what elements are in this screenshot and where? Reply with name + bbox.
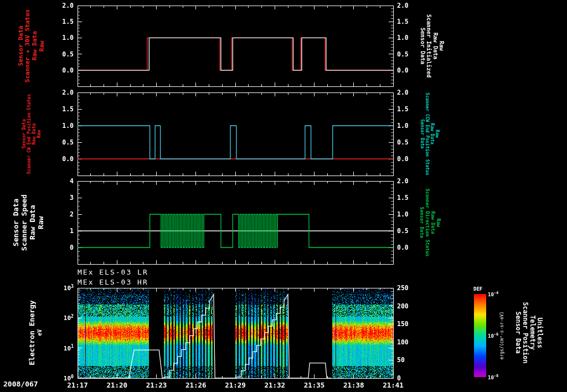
svg-text:0.5: 0.5 [397, 50, 409, 58]
svg-text:21:35: 21:35 [304, 381, 325, 389]
svg-text:3: 3 [70, 194, 74, 202]
panel3-plot: 012340.00.51.01.52.0 [70, 177, 409, 264]
svg-text:1.0: 1.0 [397, 122, 409, 130]
svg-text:2.0: 2.0 [397, 89, 409, 96]
svg-text:21:17: 21:17 [67, 381, 88, 389]
svg-text:0.0: 0.0 [62, 155, 74, 163]
svg-text:0.5: 0.5 [397, 227, 409, 235]
svg-text:50: 50 [397, 356, 405, 364]
svg-text:21:41: 21:41 [383, 381, 404, 389]
svg-text:102: 102 [64, 313, 74, 322]
svg-text:0: 0 [70, 244, 74, 251]
svg-text:21:38: 21:38 [343, 381, 364, 389]
svg-text:103: 103 [64, 283, 74, 292]
svg-text:0.5: 0.5 [397, 138, 409, 146]
svg-text:21:20: 21:20 [106, 381, 127, 389]
svg-text:0.5: 0.5 [62, 50, 74, 58]
colorbar-tick-label: 10-8 [488, 374, 498, 380]
svg-text:21:26: 21:26 [185, 381, 207, 389]
x-axis-date-label: 2008/067 [3, 380, 38, 388]
svg-text:1.5: 1.5 [397, 194, 409, 202]
panel2-left-axis-label: Sensor DataScanner CW End Position Statu… [22, 94, 42, 174]
svg-text:1.5: 1.5 [62, 105, 74, 113]
svg-text:0.0: 0.0 [62, 66, 74, 74]
svg-text:1.0: 1.0 [397, 34, 409, 42]
spectrogram-left-axis-label: Electron EnergyeV [28, 300, 43, 365]
svg-text:2.0: 2.0 [397, 177, 409, 185]
series-scanner-30v-status-raw [78, 38, 393, 70]
spectrogram-plot: 100101102103050100150200250 [64, 283, 409, 382]
svg-text:2: 2 [70, 210, 74, 218]
svg-text:200: 200 [397, 302, 409, 310]
svg-text:101: 101 [64, 343, 74, 352]
spectrogram-title-lr: MEx ELS-03 LR [78, 268, 148, 276]
colorbar-units-label: ergs/(cm²-s-sr-eV) [499, 312, 504, 360]
svg-text:2.0: 2.0 [62, 89, 74, 96]
svg-text:0.0: 0.0 [397, 244, 409, 251]
series-scanner-initialized-raw [78, 38, 393, 70]
svg-text:1.0: 1.0 [62, 34, 74, 42]
colorbar [474, 294, 486, 377]
panel1-left-axis-label: Sensor DataScanner + 30V StatusRaw DataR… [18, 9, 46, 82]
svg-text:100: 100 [397, 338, 409, 346]
x-axis-time-labels: 21:1721:2021:2321:2621:2921:3221:3521:38… [67, 381, 404, 389]
svg-text:21:29: 21:29 [225, 381, 246, 389]
scanner-position-overlay-line [78, 295, 331, 378]
panel2-right-axis-label: Sensor DataScanner CCW End Position Stat… [420, 92, 440, 175]
colorbar-tick-label: 10-6 [488, 332, 498, 339]
series-scanner-ccw-end-position-status-raw [78, 126, 393, 159]
svg-text:21:23: 21:23 [146, 381, 167, 389]
svg-text:4: 4 [70, 177, 74, 185]
svg-text:1: 1 [70, 227, 74, 235]
svg-text:150: 150 [397, 320, 409, 328]
svg-text:1.0: 1.0 [62, 122, 74, 130]
svg-text:0.0: 0.0 [397, 66, 409, 74]
svg-text:2.0: 2.0 [62, 2, 74, 9]
panel1-right-axis-label: Sensor DataScanner InitializedRaw DataRa… [419, 14, 445, 78]
panel1-plot: 0.00.51.01.52.00.00.51.01.52.0 [62, 2, 409, 86]
mex-els-data-display: 0.00.51.01.52.00.00.51.01.52.00.00.51.01… [0, 0, 567, 392]
colorbar-tick-label: 10-4 [488, 291, 498, 297]
svg-text:0.0: 0.0 [397, 155, 409, 163]
spectrogram-right-axis-label: Sensor DataScanner PositionTelemetryUnit… [514, 302, 544, 364]
svg-text:250: 250 [397, 284, 409, 292]
svg-text:21:32: 21:32 [264, 381, 285, 389]
panel2-plot: 0.00.51.01.52.00.00.51.01.52.0 [62, 89, 409, 176]
svg-text:1.5: 1.5 [397, 18, 409, 25]
spectrogram-title-hr: MEx ELS-03 HR [78, 278, 148, 286]
svg-text:1.0: 1.0 [397, 210, 409, 218]
svg-text:2.0: 2.0 [397, 2, 409, 9]
panel3-left-axis-label: Sensor DataScanner SpeedRaw DataRaw [12, 194, 45, 251]
colorbar-title: DEF [473, 286, 482, 292]
svg-text:1.5: 1.5 [62, 18, 74, 25]
panel3-right-axis-label: Sensor DataScanner Direction StatusRaw D… [419, 189, 440, 257]
svg-text:1.5: 1.5 [397, 105, 409, 113]
svg-text:0.5: 0.5 [62, 138, 74, 146]
